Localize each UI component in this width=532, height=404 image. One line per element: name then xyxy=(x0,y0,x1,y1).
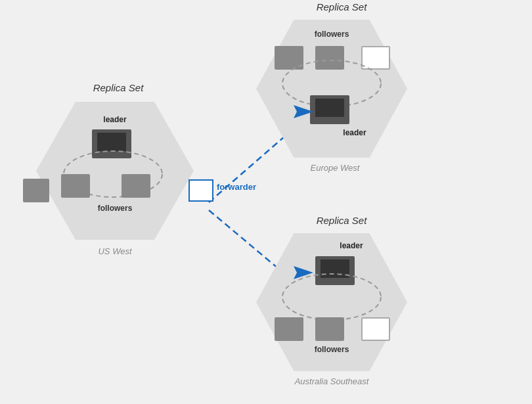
us-west-leader-label: leader xyxy=(89,115,141,124)
us-west-region-label: US West xyxy=(62,246,167,256)
us-west-forwarder[interactable] xyxy=(188,179,213,202)
svg-marker-2 xyxy=(294,105,313,118)
europe-replica-label: Replica Set xyxy=(276,1,407,12)
us-west-followers-label: followers xyxy=(79,204,151,213)
australia-followers-label: followers xyxy=(296,345,368,354)
us-west-external-node xyxy=(23,179,49,202)
svg-point-4 xyxy=(282,274,381,320)
us-west-replica-label: Replica Set xyxy=(56,82,181,93)
us-west-follower-right xyxy=(122,174,150,198)
australia-region-label: Australia Southeast xyxy=(269,376,394,386)
europe-region-label: Europe West xyxy=(282,163,388,173)
europe-leader-screen xyxy=(315,99,344,117)
us-west-follower-left xyxy=(61,174,90,198)
australia-follower-left xyxy=(275,317,303,341)
australia-replica-label: Replica Set xyxy=(276,215,407,226)
australia-leader-label: leader xyxy=(328,241,374,250)
europe-arrow xyxy=(290,102,317,124)
forwarder-label: forwarder xyxy=(217,182,256,192)
australia-follower-center xyxy=(315,317,344,341)
europe-followers-label: followers xyxy=(296,30,368,39)
australia-follower-right xyxy=(361,317,390,341)
diagram-container: Replica Set leader followers US West for… xyxy=(0,0,532,404)
europe-leader-label: leader xyxy=(332,128,378,137)
